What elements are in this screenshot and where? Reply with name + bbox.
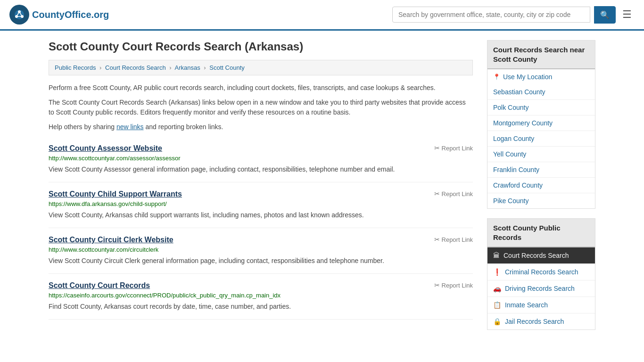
- public-records-item[interactable]: 🚗 Driving Records Search: [487, 280, 595, 297]
- result-url[interactable]: https://caseinfo.arcourts.gov/cconnect/P…: [49, 292, 473, 299]
- pr-label: Criminal Records Search: [505, 268, 578, 276]
- pr-icon: ❗: [493, 268, 501, 276]
- public-records-item[interactable]: 🏛 Court Records Search: [487, 247, 595, 264]
- nearby-county-link[interactable]: Polk County: [487, 100, 595, 115]
- menu-button[interactable]: ☰: [619, 6, 635, 24]
- nearby-county-link[interactable]: Franklin County: [487, 162, 595, 177]
- nearby-county-item[interactable]: Sebastian County: [487, 84, 595, 100]
- search-button[interactable]: 🔍: [594, 6, 616, 24]
- nearby-county-link[interactable]: Montgomery County: [487, 115, 595, 131]
- use-location-link[interactable]: 📍 Use My Location: [487, 69, 595, 84]
- pr-label: Driving Records Search: [505, 285, 575, 292]
- use-location-item[interactable]: 📍 Use My Location: [487, 69, 595, 84]
- result-header: Scott County Circuit Clerk Website ✂ Rep…: [49, 236, 473, 246]
- nearby-county-link[interactable]: Pike County: [487, 193, 595, 208]
- nearby-county-item[interactable]: Pike County: [487, 193, 595, 208]
- scissors-icon: ✂: [434, 144, 440, 152]
- nearby-county-item[interactable]: Logan County: [487, 131, 595, 147]
- result-url[interactable]: http://www.scottcountyar.com/assessor/as…: [49, 155, 473, 162]
- logo-org: .org: [91, 9, 109, 20]
- main-container: Scott County Court Records Search (Arkan…: [39, 31, 605, 349]
- report-link[interactable]: ✂ Report Link: [434, 144, 473, 152]
- report-link-label: Report Link: [442, 282, 473, 289]
- result-item: Scott County Circuit Clerk Website ✂ Rep…: [49, 228, 473, 274]
- logo-wordmark: CountyOffice: [32, 9, 91, 20]
- public-records-item[interactable]: 🔒 Jail Records Search: [487, 313, 595, 329]
- result-title[interactable]: Scott County Assessor Website: [49, 144, 162, 153]
- logo-text: CountyOffice.org: [32, 9, 109, 20]
- pr-label: Inmate Search: [505, 301, 548, 309]
- public-records-section: Scott County Public Records 🏛 Court Reco…: [487, 218, 595, 330]
- report-link-label: Report Link: [442, 190, 473, 197]
- result-item: Scott County Court Records ✂ Report Link…: [49, 274, 473, 320]
- result-header: Scott County Assessor Website ✂ Report L…: [49, 144, 473, 155]
- nearby-section: Court Records Search near Scott County 📍…: [487, 40, 595, 209]
- page-title: Scott County Court Records Search (Arkan…: [49, 40, 473, 53]
- result-title[interactable]: Scott County Court Records: [49, 281, 150, 290]
- scissors-icon: ✂: [434, 190, 440, 197]
- result-url[interactable]: https://www.dfa.arkansas.gov/child-suppo…: [49, 200, 473, 207]
- logo-area: CountyOffice.org: [9, 5, 109, 25]
- nearby-county-link[interactable]: Yell County: [487, 147, 595, 162]
- public-records-link[interactable]: 🔒 Jail Records Search: [487, 313, 595, 329]
- breadcrumb-arkansas[interactable]: Arkansas: [175, 64, 200, 71]
- nearby-county-item[interactable]: Yell County: [487, 147, 595, 162]
- nearby-list: 📍 Use My Location: [487, 69, 595, 84]
- content-area: Scott County Court Records Search (Arkan…: [49, 40, 473, 339]
- search-input[interactable]: [392, 7, 590, 23]
- report-link-label: Report Link: [442, 145, 473, 152]
- results-list: Scott County Assessor Website ✂ Report L…: [49, 137, 473, 320]
- public-records-link[interactable]: 📋 Inmate Search: [487, 297, 595, 313]
- nearby-county-item[interactable]: Polk County: [487, 100, 595, 115]
- result-item: Scott County Child Support Warrants ✂ Re…: [49, 182, 473, 228]
- description-1: Perform a free Scott County, AR public c…: [49, 83, 473, 93]
- logo-icon: [9, 5, 29, 25]
- result-desc: Find Scott County, Arkansas court record…: [49, 302, 473, 312]
- public-records-item[interactable]: ❗ Criminal Records Search: [487, 264, 595, 280]
- breadcrumb: Public Records › Court Records Search › …: [49, 60, 473, 75]
- report-link[interactable]: ✂ Report Link: [434, 190, 473, 197]
- result-item: Scott County Assessor Website ✂ Report L…: [49, 137, 473, 182]
- public-records-link[interactable]: 🏛 Court Records Search: [487, 247, 595, 263]
- report-link[interactable]: ✂ Report Link: [434, 236, 473, 243]
- location-icon: 📍: [493, 74, 500, 80]
- new-links-link[interactable]: new links: [116, 123, 144, 131]
- result-title[interactable]: Scott County Circuit Clerk Website: [49, 236, 173, 244]
- result-desc: View Scott County Circuit Clerk general …: [49, 256, 473, 266]
- result-desc: View Scott County Assessor general infor…: [49, 165, 473, 174]
- nearby-counties-list: Sebastian CountyPolk CountyMontgomery Co…: [487, 84, 595, 208]
- nearby-county-link[interactable]: Sebastian County: [487, 84, 595, 99]
- breadcrumb-court-records[interactable]: Court Records Search: [105, 64, 166, 71]
- pr-icon: 🏛: [493, 252, 500, 259]
- breadcrumb-public-records[interactable]: Public Records: [55, 64, 96, 71]
- nearby-county-link[interactable]: Crawford County: [487, 178, 595, 193]
- pr-label: Court Records Search: [504, 252, 569, 259]
- nearby-county-link[interactable]: Logan County: [487, 131, 595, 146]
- public-records-item[interactable]: 📋 Inmate Search: [487, 297, 595, 313]
- description-3: Help others by sharing new links and rep…: [49, 122, 473, 132]
- nearby-county-item[interactable]: Crawford County: [487, 178, 595, 193]
- pr-icon: 🚗: [493, 285, 501, 292]
- search-area: 🔍 ☰: [392, 6, 635, 24]
- nearby-county-item[interactable]: Franklin County: [487, 162, 595, 178]
- scissors-icon: ✂: [434, 236, 440, 243]
- public-records-link[interactable]: 🚗 Driving Records Search: [487, 280, 595, 296]
- description-2: The Scott County Court Records Search (A…: [49, 98, 473, 117]
- report-link-label: Report Link: [442, 236, 473, 243]
- pr-label: Jail Records Search: [505, 318, 564, 325]
- report-link[interactable]: ✂ Report Link: [434, 281, 473, 289]
- result-url[interactable]: http://www.scottcountyar.com/circuitcler…: [49, 246, 473, 253]
- public-records-title: Scott County Public Records: [487, 219, 595, 247]
- pr-icon: 📋: [493, 301, 501, 309]
- nearby-title: Court Records Search near Scott County: [487, 41, 595, 69]
- breadcrumb-scott-county[interactable]: Scott County: [209, 64, 244, 71]
- result-header: Scott County Child Support Warrants ✂ Re…: [49, 190, 473, 200]
- public-records-list: 🏛 Court Records Search ❗ Criminal Record…: [487, 247, 595, 329]
- use-location-label: Use My Location: [503, 73, 552, 81]
- sidebar: Court Records Search near Scott County 📍…: [487, 40, 595, 339]
- result-title[interactable]: Scott County Child Support Warrants: [49, 190, 182, 198]
- nearby-county-item[interactable]: Montgomery County: [487, 115, 595, 131]
- result-header: Scott County Court Records ✂ Report Link: [49, 281, 473, 292]
- public-records-link[interactable]: ❗ Criminal Records Search: [487, 264, 595, 280]
- header: CountyOffice.org 🔍 ☰: [0, 0, 644, 31]
